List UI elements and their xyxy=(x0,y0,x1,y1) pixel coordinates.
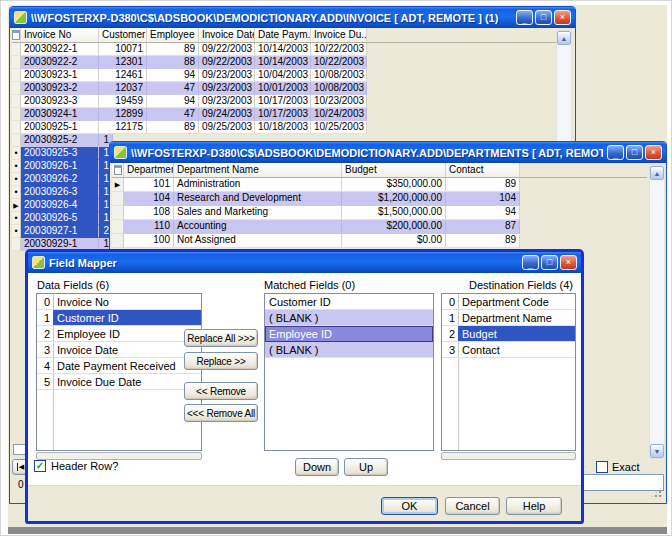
scroll-up-icon[interactable]: ▲ xyxy=(650,166,664,180)
grid-cell: 10/17/2003 xyxy=(255,108,311,121)
maximize-button[interactable]: □ xyxy=(535,10,552,25)
list-item[interactable]: 3Contact xyxy=(442,342,575,358)
list-item[interactable]: 1Customer ID xyxy=(37,310,201,326)
field-mapper-titlebar[interactable]: Field Mapper _ □ × xyxy=(28,252,581,273)
list-item-index: 1 xyxy=(37,312,53,324)
list-item[interactable]: 1Department Name xyxy=(442,310,575,326)
scroll-up-icon[interactable]: ▲ xyxy=(557,31,571,45)
list-item-label-area: Contact xyxy=(458,342,575,357)
list-item[interactable]: 2Budget xyxy=(442,326,575,342)
list-item[interactable]: 0Department Code xyxy=(442,294,575,310)
minimize-button[interactable]: _ xyxy=(516,10,533,25)
close-button[interactable]: × xyxy=(560,255,577,270)
list-item[interactable]: ( BLANK ) xyxy=(265,310,433,326)
grid-cell: 10/22/2003 xyxy=(311,56,367,69)
grid-row[interactable]: ▶20030926-41 xyxy=(12,199,113,212)
minimize-button[interactable]: _ xyxy=(607,145,624,160)
grid-cell: 12301 xyxy=(99,56,147,69)
maximize-button[interactable]: □ xyxy=(626,145,643,160)
record-marker-cell xyxy=(112,234,124,248)
scroll-down-icon[interactable]: ▼ xyxy=(650,444,664,458)
grid-cell: 108 xyxy=(124,206,174,220)
minimize-button[interactable]: _ xyxy=(522,255,539,270)
replace-all-button[interactable]: Replace All >>> xyxy=(184,329,258,347)
grid-row[interactable]: •20030925-31 xyxy=(12,147,113,160)
close-button[interactable]: × xyxy=(645,145,662,160)
grid-row[interactable]: 20030923-3194599409/23/200310/17/200310/… xyxy=(12,95,367,108)
grid-row[interactable]: 100Not Assigned$0.0089 xyxy=(112,234,520,248)
record-marker-cell xyxy=(12,43,21,56)
list-item[interactable]: 5Invoice Due Date xyxy=(37,374,201,390)
grid-cell: 20030922-1 xyxy=(21,43,99,56)
column-header[interactable]: Date Paym... xyxy=(255,28,311,42)
grid-cell: $1,200,000.00 xyxy=(342,192,446,206)
help-button[interactable]: Help xyxy=(506,497,562,515)
invoice-titlebar[interactable]: \\WFOSTERXP-D380\C$\ADSBOOK\DEMODICTIONA… xyxy=(10,7,575,28)
grid-row[interactable]: •20030927-12 xyxy=(12,225,113,238)
exact-checkbox[interactable] xyxy=(596,461,608,473)
grid-cell: 20030922-2 xyxy=(21,56,99,69)
remove-all-button[interactable]: <<< Remove All xyxy=(184,404,258,422)
list-item-label-area: Department Code xyxy=(458,294,575,309)
column-header[interactable]: Invoice Date xyxy=(199,28,255,42)
up-button[interactable]: Up xyxy=(344,458,388,476)
replace-button[interactable]: Replace >> xyxy=(184,352,258,370)
close-button[interactable]: × xyxy=(554,10,571,25)
grid-cell: $350,000.00 xyxy=(342,178,446,192)
grid-row[interactable]: •20030926-51 xyxy=(12,212,113,225)
table-icon xyxy=(114,146,127,159)
column-header[interactable]: Invoice No xyxy=(21,28,99,42)
departments-vertical-scrollbar[interactable]: ▲ ▼ xyxy=(649,165,665,459)
departments-titlebar[interactable]: \\WFOSTERXP-D380\C$\ADSBOOK\DEMODICTIONA… xyxy=(110,142,666,163)
list-item[interactable]: ( BLANK ) xyxy=(265,342,433,358)
grid-row[interactable]: 20030923-2120374709/23/200310/01/200310/… xyxy=(12,82,367,95)
grid-row[interactable]: 110Accounting$200,000.0087 xyxy=(112,220,520,234)
grid-header-row: Departmen...Department NameBudgetContact xyxy=(112,163,647,178)
grid-row[interactable]: 20030925-1121758909/25/200310/18/200310/… xyxy=(12,121,367,134)
list-item[interactable]: 4Date Payment Received xyxy=(37,358,201,374)
data-fields-hscrollbar[interactable] xyxy=(36,452,202,460)
grid-cell: 94 xyxy=(446,206,520,220)
search-input[interactable] xyxy=(578,474,664,491)
matched-fields-list[interactable]: Customer ID( BLANK )Employee ID( BLANK ) xyxy=(264,293,434,451)
list-item[interactable]: Employee ID xyxy=(265,326,433,342)
grid-cell: $200,000.00 xyxy=(342,220,446,234)
grid-row[interactable]: 20030922-2123018809/22/200310/14/200310/… xyxy=(12,56,367,69)
exact-option[interactable]: Exact xyxy=(596,461,640,473)
grid-row[interactable]: 108Sales and Marketing$1,500,000.0094 xyxy=(112,206,520,220)
grid-row[interactable]: 20030923-1124619409/23/200310/04/200310/… xyxy=(12,69,367,82)
ok-button[interactable]: OK xyxy=(381,497,438,515)
maximize-button[interactable]: □ xyxy=(541,255,558,270)
destination-fields-list[interactable]: 0Department Code1Department Name2Budget3… xyxy=(441,293,576,451)
cancel-button[interactable]: Cancel xyxy=(445,497,500,515)
column-header[interactable]: Departmen... xyxy=(124,163,174,177)
grid-row[interactable]: ▶101Administration$350,000.0089 xyxy=(112,178,520,192)
list-item[interactable]: 0Invoice No xyxy=(37,294,201,310)
data-fields-list[interactable]: 0Invoice No1Customer ID2Employee ID3Invo… xyxy=(36,293,202,451)
destination-fields-hscrollbar[interactable] xyxy=(441,452,576,460)
remove-button[interactable]: << Remove xyxy=(184,382,258,400)
grid-row[interactable]: 20030924-1128994709/24/200310/17/200310/… xyxy=(12,108,367,121)
grid-row[interactable]: 20030925-21 xyxy=(12,134,113,147)
down-button[interactable]: Down xyxy=(295,458,339,476)
grid-row[interactable]: •20030926-31 xyxy=(12,186,113,199)
column-header[interactable]: Employee ID xyxy=(147,28,199,42)
exact-label: Exact xyxy=(612,461,640,473)
list-item[interactable]: Customer ID xyxy=(265,294,433,310)
column-header[interactable]: Invoice Du... xyxy=(311,28,367,42)
column-header[interactable]: Budget xyxy=(342,163,446,177)
header-row-checkbox[interactable]: ✓ xyxy=(34,460,46,472)
header-row-option[interactable]: ✓ Header Row? xyxy=(34,460,118,472)
column-header[interactable]: Customer ID xyxy=(99,28,147,42)
column-header[interactable]: Contact xyxy=(446,163,520,177)
list-item[interactable]: 2Employee ID xyxy=(37,326,201,342)
record-sheet-icon xyxy=(12,30,20,40)
grid-row[interactable]: 104Research and Development$1,200,000.00… xyxy=(112,192,520,206)
grid-cell: 47 xyxy=(147,82,199,95)
grid-row[interactable]: •20030926-21 xyxy=(12,173,113,186)
grid-cell: 20030926-3 xyxy=(21,186,99,199)
column-header[interactable]: Department Name xyxy=(174,163,342,177)
grid-row[interactable]: •20030926-11 xyxy=(12,160,113,173)
grid-row[interactable]: 20030922-1100718909/22/200310/14/200310/… xyxy=(12,43,367,56)
list-item[interactable]: 3Invoice Date xyxy=(37,342,201,358)
